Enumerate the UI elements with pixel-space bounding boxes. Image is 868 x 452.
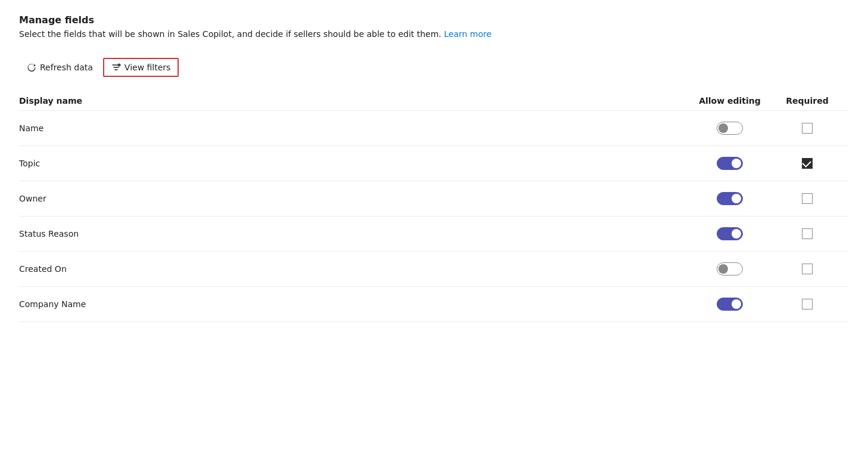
refresh-data-button[interactable]: Refresh data	[19, 58, 101, 76]
allow-editing-toggle[interactable]	[717, 227, 743, 240]
allow-editing-toggle-cell	[682, 298, 777, 311]
fields-table: Display name Allow editing Required Name…	[19, 91, 849, 322]
field-display-name: Topic	[19, 159, 682, 168]
table-row: Owner	[19, 181, 849, 216]
allow-editing-toggle[interactable]	[717, 157, 743, 170]
allow-editing-toggle[interactable]	[717, 192, 743, 205]
required-checkbox-cell	[777, 228, 849, 239]
col-header-allow-editing: Allow editing	[682, 96, 777, 106]
table-row: Topic	[19, 146, 849, 181]
required-checkbox-cell	[777, 123, 849, 134]
field-display-name: Status Reason	[19, 229, 682, 239]
required-checkbox[interactable]	[802, 193, 813, 204]
field-display-name: Name	[19, 123, 682, 133]
col-header-display-name: Display name	[19, 96, 682, 106]
refresh-icon	[27, 63, 36, 72]
refresh-data-label: Refresh data	[40, 63, 93, 72]
filter-icon	[111, 63, 121, 72]
table-row: Status Reason	[19, 216, 849, 252]
allow-editing-toggle[interactable]	[717, 298, 743, 311]
required-checkbox-cell	[777, 158, 849, 169]
allow-editing-toggle-cell	[682, 262, 777, 275]
field-display-name: Owner	[19, 194, 682, 203]
learn-more-link[interactable]: Learn more	[444, 29, 491, 39]
col-header-required: Required	[777, 96, 849, 106]
table-header: Display name Allow editing Required	[19, 91, 849, 111]
allow-editing-toggle-cell	[682, 227, 777, 240]
required-checkbox-cell	[777, 193, 849, 204]
view-filters-label: View filters	[125, 63, 171, 72]
allow-editing-toggle[interactable]	[717, 262, 743, 275]
view-filters-button[interactable]: View filters	[103, 58, 179, 77]
allow-editing-toggle-cell	[682, 192, 777, 205]
field-display-name: Created On	[19, 264, 682, 274]
allow-editing-toggle-cell	[682, 122, 777, 135]
required-checkbox[interactable]	[802, 264, 813, 274]
toolbar: Refresh data View filters	[19, 58, 849, 77]
required-checkbox-cell	[777, 299, 849, 309]
required-checkbox-cell	[777, 264, 849, 274]
table-row: Company Name	[19, 287, 849, 322]
required-checkbox[interactable]	[802, 228, 813, 239]
field-display-name: Company Name	[19, 299, 682, 309]
page-title: Manage fields	[19, 14, 849, 26]
table-row: Created On	[19, 252, 849, 287]
allow-editing-toggle[interactable]	[717, 122, 743, 135]
allow-editing-toggle-cell	[682, 157, 777, 170]
table-body: NameTopicOwnerStatus ReasonCreated OnCom…	[19, 111, 849, 322]
required-checkbox[interactable]	[802, 158, 813, 169]
table-row: Name	[19, 111, 849, 146]
required-checkbox[interactable]	[802, 123, 813, 134]
page-subtitle: Select the fields that will be shown in …	[19, 29, 849, 39]
required-checkbox[interactable]	[802, 299, 813, 309]
